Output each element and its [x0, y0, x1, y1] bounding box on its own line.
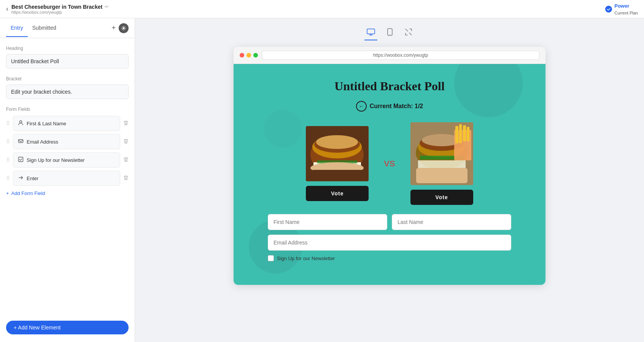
tab-add-button[interactable]: +: [111, 24, 116, 32]
newsletter-checkbox[interactable]: [268, 255, 274, 261]
left-panel: Entry Submitted + Heading Bracket Form F…: [0, 18, 135, 342]
vs-label: VS: [384, 159, 395, 169]
field-label-enter: Enter: [27, 176, 38, 181]
add-element-button[interactable]: + Add New Element: [6, 321, 129, 334]
first-name-input[interactable]: [268, 214, 387, 230]
svg-rect-5: [367, 29, 375, 34]
add-form-field-button[interactable]: + Add Form Field: [6, 189, 129, 198]
bracket-input[interactable]: [6, 85, 129, 99]
drag-handle-icon[interactable]: ⠿: [6, 120, 10, 126]
heading-input[interactable]: [6, 54, 129, 69]
svg-rect-29: [467, 127, 469, 141]
svg-point-7: [390, 34, 390, 35]
field-email[interactable]: Email Address: [13, 134, 120, 149]
field-newsletter[interactable]: Sign Up for our Newsletter: [13, 152, 120, 168]
check-icon: [605, 6, 612, 13]
campaign-content: Untitled Bracket Poll ← Current Match: 1…: [234, 64, 545, 285]
svg-point-13: [316, 135, 358, 149]
match-label: Current Match: 1/2: [370, 103, 423, 110]
power-plan-badge: Power Current Plan: [614, 2, 638, 16]
panel-content: Heading Bracket Form Fields ⠿ First & La…: [0, 38, 135, 313]
delete-email-button[interactable]: [123, 139, 129, 145]
expand-view-button[interactable]: [402, 26, 415, 41]
email-input[interactable]: [268, 235, 511, 251]
topbar-title-group: Best Cheeseburger in Town Bracket ✏ http…: [11, 4, 109, 14]
delete-newsletter-button[interactable]: [123, 157, 129, 163]
field-label-email: Email Address: [27, 139, 58, 145]
tabs-bar: Entry Submitted +: [0, 18, 135, 38]
drag-handle-icon[interactable]: ⠿: [6, 139, 10, 145]
newsletter-label: Sign Up for our Newsletter: [277, 256, 335, 261]
arrow-right-icon: [18, 175, 24, 182]
desktop-view-button[interactable]: [364, 26, 377, 40]
vote-button-2[interactable]: Vote: [410, 190, 473, 205]
browser-dot-green: [253, 53, 258, 58]
browser-dots: [240, 53, 258, 58]
field-label-first-last-name: First & Last Name: [27, 121, 66, 126]
match-arrow-icon: ←: [356, 101, 367, 112]
svg-rect-24: [416, 168, 467, 183]
vote-button-1[interactable]: Vote: [306, 186, 369, 201]
contestant-1: Vote: [306, 126, 369, 201]
name-row: [268, 214, 511, 230]
form-field-item-enter: ⠿ Enter: [6, 171, 129, 186]
drag-handle-icon[interactable]: ⠿: [6, 157, 10, 163]
contestant-1-image: [306, 126, 369, 181]
bracket-label: Bracket: [6, 76, 129, 82]
svg-point-1: [123, 27, 125, 29]
svg-rect-27: [459, 124, 462, 143]
campaign-title: Best Cheeseburger in Town Bracket: [11, 4, 102, 10]
vs-container: Vote VS: [245, 122, 534, 205]
svg-point-2: [20, 121, 22, 123]
preview-toolbar: [364, 26, 415, 41]
person-icon: [18, 120, 24, 127]
preview-area: https://woobox.com/ywugtp Untitled Brack…: [135, 18, 644, 342]
settings-icon: [121, 26, 126, 31]
browser-dot-yellow: [246, 53, 251, 58]
tab-settings-button[interactable]: [119, 23, 129, 33]
last-name-input[interactable]: [392, 214, 511, 230]
svg-rect-28: [463, 125, 466, 141]
heading-label: Heading: [6, 46, 129, 51]
svg-rect-3: [19, 140, 23, 143]
browser-mockup: https://woobox.com/ywugtp Untitled Brack…: [234, 47, 545, 285]
field-enter[interactable]: Enter: [13, 171, 120, 186]
mobile-view-button[interactable]: [385, 26, 395, 41]
svg-rect-16: [312, 170, 363, 179]
back-button[interactable]: ‹: [6, 5, 8, 13]
form-field-item-newsletter: ⠿ Sign Up for our Newsletter: [6, 152, 129, 168]
topbar: ‹ Best Cheeseburger in Town Bracket ✏ ht…: [0, 0, 644, 18]
tab-actions: +: [111, 23, 129, 33]
edit-title-icon[interactable]: ✏: [105, 4, 109, 10]
topbar-left: ‹ Best Cheeseburger in Town Bracket ✏ ht…: [6, 4, 109, 14]
form-field-item-email: ⠿ Email Address: [6, 134, 129, 149]
field-first-last-name[interactable]: First & Last Name: [13, 116, 120, 131]
topbar-right: Power Current Plan: [605, 2, 638, 16]
campaign-url: https://woobox.com/ywugtp: [11, 10, 109, 14]
newsletter-row: Sign Up for our Newsletter: [268, 255, 511, 261]
svg-point-0: [605, 6, 612, 13]
tab-entry[interactable]: Entry: [6, 19, 28, 37]
tab-submitted[interactable]: Submitted: [28, 19, 61, 37]
burger-image-2: [410, 122, 473, 185]
form-fields-label: Form Fields: [6, 107, 129, 112]
delete-enter-button[interactable]: [123, 175, 129, 182]
svg-rect-4: [19, 157, 23, 162]
browser-url-bar: https://woobox.com/ywugtp: [262, 51, 539, 60]
email-icon: [18, 138, 24, 145]
add-element-label: + Add New Element: [14, 324, 60, 331]
delete-first-last-name-button[interactable]: [123, 120, 129, 127]
svg-rect-26: [455, 126, 458, 143]
browser-bar: https://woobox.com/ywugtp: [234, 47, 545, 64]
browser-dot-red: [240, 53, 244, 58]
main-layout: Entry Submitted + Heading Bracket Form F…: [0, 18, 644, 342]
form-section: Sign Up for our Newsletter: [245, 214, 534, 261]
form-field-item-first-last-name: ⠿ First & Last Name: [6, 116, 129, 131]
drag-handle-icon[interactable]: ⠿: [6, 175, 10, 181]
burger-image-1: [306, 126, 369, 181]
add-form-field-plus: +: [6, 190, 9, 196]
match-indicator: ← Current Match: 1/2: [245, 101, 534, 112]
campaign-heading: Untitled Bracket Poll: [245, 79, 534, 93]
contestant-2-image: [410, 122, 473, 185]
contestant-2: Vote: [410, 122, 473, 205]
